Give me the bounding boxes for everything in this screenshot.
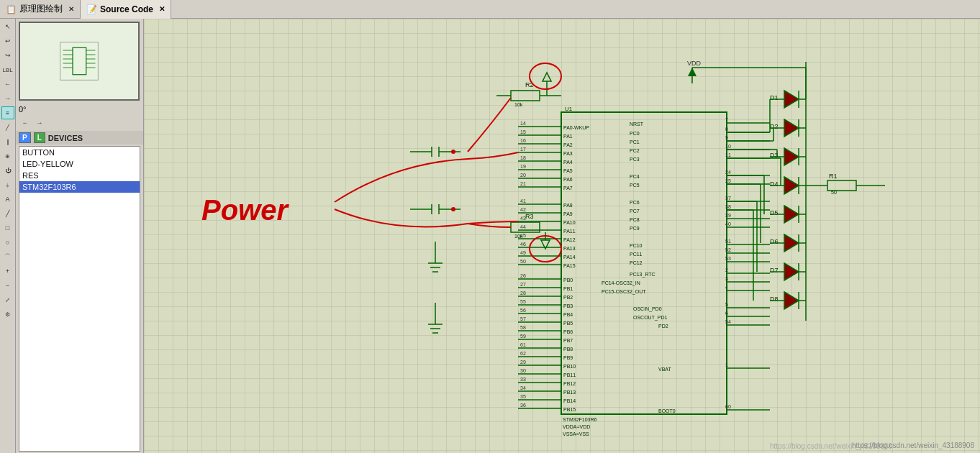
- svg-text:30: 30: [520, 368, 526, 373]
- svg-text:53: 53: [725, 256, 731, 261]
- toolbar-box[interactable]: □: [1, 221, 14, 234]
- tab-schematic-close[interactable]: ✕: [68, 5, 74, 13]
- svg-text:PB0: PB0: [563, 278, 573, 283]
- svg-text:VDDA=VDD: VDDA=VDD: [563, 424, 590, 429]
- toolbar-circle[interactable]: ○: [1, 236, 14, 249]
- svg-text:PA9: PA9: [563, 211, 573, 216]
- svg-text:PB13: PB13: [563, 390, 576, 395]
- svg-text:15: 15: [520, 129, 526, 134]
- svg-text:56: 56: [520, 308, 526, 313]
- svg-text:26: 26: [520, 273, 526, 278]
- svg-marker-243: [688, 68, 697, 76]
- nav-right[interactable]: →: [33, 116, 46, 129]
- svg-text:PA14: PA14: [563, 255, 576, 260]
- svg-text:PA5: PA5: [563, 168, 573, 173]
- svg-text:17: 17: [520, 147, 526, 152]
- svg-text:PA13: PA13: [563, 246, 576, 251]
- tab-schematic[interactable]: 📋 原理图绘制 ✕: [0, 0, 81, 19]
- svg-text:10k: 10k: [514, 102, 523, 107]
- svg-text:D2: D2: [770, 123, 779, 130]
- toolbar-prop[interactable]: ⚙: [1, 308, 14, 321]
- nav-left[interactable]: ←: [19, 116, 32, 129]
- svg-text:PC2: PC2: [630, 148, 640, 153]
- device-item-led-yellow[interactable]: LED-YELLOW: [19, 158, 140, 170]
- svg-marker-211: [784, 234, 799, 252]
- svg-text:PA2: PA2: [563, 142, 573, 147]
- toolbar-label1[interactable]: LBL: [1, 63, 14, 76]
- svg-text:60: 60: [725, 404, 731, 409]
- device-item-res[interactable]: RES: [19, 170, 140, 181]
- svg-text:R1: R1: [829, 173, 838, 180]
- svg-text:35: 35: [520, 394, 526, 399]
- toolbar-arrow-left[interactable]: ←: [1, 78, 14, 91]
- svg-text:PC10: PC10: [630, 243, 643, 248]
- toolbar-bus[interactable]: ∥: [1, 135, 14, 148]
- toolbar-device[interactable]: ≡: [1, 106, 14, 119]
- preview-content: [20, 23, 138, 99]
- svg-text:PC7: PC7: [630, 209, 640, 214]
- svg-text:61: 61: [520, 342, 526, 347]
- svg-text:37: 37: [725, 196, 731, 201]
- svg-text:VDD: VDD: [687, 60, 702, 67]
- svg-text:PB14: PB14: [563, 398, 576, 403]
- toolbar-fit[interactable]: ⤢: [1, 293, 14, 306]
- toolbar-line[interactable]: ╱: [1, 207, 14, 220]
- tab-sourcecode[interactable]: 📝 Source Code ✕: [81, 0, 171, 19]
- svg-text:OSCOUT_PD1: OSCOUT_PD1: [633, 315, 668, 321]
- toolbar-pointer[interactable]: ↖: [1, 20, 14, 33]
- svg-text:D1: D1: [770, 94, 779, 101]
- svg-text:51: 51: [725, 239, 731, 244]
- svg-text:PB5: PB5: [563, 321, 573, 326]
- svg-text:PA12: PA12: [563, 237, 576, 242]
- toolbar-junction[interactable]: ⊕: [1, 150, 14, 163]
- svg-text:7: 7: [725, 117, 728, 122]
- svg-text:PC14-OSC32_IN: PC14-OSC32_IN: [602, 280, 640, 286]
- sidebar: 0° ← → P L DEVICES BUTTONLED-YELLOWRESST…: [16, 19, 144, 453]
- tab-sourcecode-icon: 📝: [86, 4, 97, 14]
- svg-text:PA15: PA15: [563, 263, 576, 268]
- svg-text:PC0: PC0: [630, 131, 640, 136]
- toolbar-power[interactable]: ⏻: [1, 164, 14, 177]
- toolbar-arc[interactable]: ⌒: [1, 250, 14, 263]
- toolbar-redo[interactable]: ↪: [1, 49, 14, 62]
- svg-text:PC5: PC5: [630, 183, 640, 188]
- svg-text:STM32F103R6: STM32F103R6: [563, 417, 597, 422]
- toolbar-ground[interactable]: ⏚: [1, 178, 14, 191]
- device-item-stm32f103r6[interactable]: STM32F103R6: [19, 181, 140, 193]
- svg-text:10k: 10k: [514, 234, 523, 239]
- svg-text:18: 18: [520, 155, 526, 160]
- svg-text:R3: R3: [525, 213, 534, 220]
- device-item-button[interactable]: BUTTON: [19, 147, 140, 158]
- svg-text:PB8: PB8: [563, 347, 573, 352]
- svg-text:PA3: PA3: [563, 151, 573, 156]
- svg-text:49: 49: [520, 250, 526, 255]
- svg-text:PA0-WKUP: PA0-WKUP: [563, 125, 589, 130]
- toolbar-zoom-in[interactable]: +: [1, 265, 14, 278]
- svg-rect-12: [561, 112, 727, 414]
- svg-text:PA4: PA4: [563, 160, 573, 165]
- svg-text:PC6: PC6: [630, 200, 640, 205]
- svg-text:2: 2: [725, 267, 728, 273]
- tab-sourcecode-close[interactable]: ✕: [159, 5, 165, 13]
- svg-text:57: 57: [520, 316, 526, 321]
- toolbar-wire[interactable]: ╱: [1, 121, 14, 134]
- svg-text:PB6: PB6: [563, 329, 573, 334]
- svg-marker-206: [784, 206, 799, 223]
- schematic-svg: .wire { stroke: #006600; stroke-width: 1…: [144, 19, 980, 453]
- devices-p-btn[interactable]: P: [19, 132, 31, 143]
- svg-text:21: 21: [520, 181, 526, 186]
- svg-text:PB4: PB4: [563, 312, 573, 317]
- toolbar-arrow-right[interactable]: →: [1, 92, 14, 105]
- tab-bar: 📋 原理图绘制 ✕ 📝 Source Code ✕: [0, 0, 980, 19]
- canvas-area[interactable]: .wire { stroke: #006600; stroke-width: 1…: [144, 19, 980, 453]
- preview-box: [19, 22, 140, 101]
- toolbar-zoom-out[interactable]: −: [1, 279, 14, 292]
- toolbar-undo[interactable]: ↩: [1, 35, 14, 47]
- svg-text:39: 39: [725, 213, 731, 218]
- svg-text:14: 14: [520, 121, 526, 126]
- svg-text:62: 62: [520, 351, 526, 356]
- svg-marker-221: [784, 292, 799, 309]
- devices-l-btn[interactable]: L: [34, 132, 45, 143]
- toolbar-text[interactable]: A: [1, 193, 14, 206]
- svg-text:NRST: NRST: [630, 122, 644, 127]
